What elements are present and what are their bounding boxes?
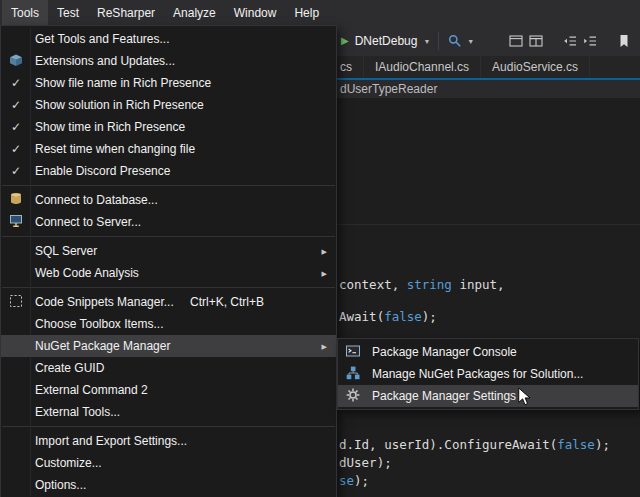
menu-item-create-guid[interactable]: Create GUID (1, 357, 336, 379)
menu-item-enable-discord-presence[interactable]: ✓ Enable Discord Presence (1, 160, 336, 182)
menu-separator (2, 287, 335, 288)
code-line: context, string input, (339, 277, 505, 292)
menu-item-package-manager-settings[interactable]: Package Manager Settings (338, 385, 638, 407)
menu-item-options[interactable]: Options... (1, 474, 336, 496)
packages-icon (345, 365, 361, 384)
menubar-item-test[interactable]: Test (48, 0, 88, 25)
toolbar-separator (438, 32, 439, 50)
indent-increase-icon[interactable] (582, 33, 598, 49)
menu-separator (2, 185, 335, 186)
chevron-down-icon[interactable]: ▼ (467, 37, 474, 45)
indent-decrease-icon[interactable] (562, 33, 578, 49)
code-line: se); (339, 473, 369, 488)
database-icon (8, 191, 24, 210)
debug-target-dropdown[interactable]: DNetDebug (353, 34, 420, 48)
menu-item-get-tools-and-features[interactable]: Get Tools and Features... (1, 28, 336, 50)
editor-region-divider (337, 224, 640, 225)
start-debug-icon[interactable]: ▶ (341, 36, 349, 46)
menu-item-connect-to-database[interactable]: Connect to Database... (1, 189, 336, 211)
menu-item-show-file-name-rich-presence[interactable]: ✓ Show file name in Rich Presence (1, 72, 336, 94)
chevron-down-icon[interactable]: ▼ (423, 37, 430, 45)
checkmark-icon: ✓ (11, 77, 21, 89)
checkmark-icon: ✓ (11, 165, 21, 177)
breadcrumb[interactable]: dUserTypeReader (340, 82, 437, 96)
menu-item-connect-to-server[interactable]: Connect to Server... (1, 211, 336, 233)
tab-partial[interactable]: cs (337, 56, 364, 78)
tab-audioservice[interactable]: AudioService.cs (481, 56, 590, 78)
menubar-item-resharper[interactable]: ReSharper (88, 0, 164, 25)
submenu-arrow-icon: ▶ (322, 248, 327, 255)
menu-item-show-solution-rich-presence[interactable]: ✓ Show solution in Rich Presence (1, 94, 336, 116)
submenu-arrow-icon: ▶ (322, 343, 327, 350)
code-line: Await(false); (339, 309, 437, 324)
console-icon (345, 343, 361, 362)
menu-item-show-time-rich-presence[interactable]: ✓ Show time in Rich Presence (1, 116, 336, 138)
menu-item-choose-toolbox-items[interactable]: Choose Toolbox Items... (1, 313, 336, 335)
menu-item-extensions-and-updates[interactable]: Extensions and Updates... (1, 50, 336, 72)
menubar-item-window[interactable]: Window (225, 0, 286, 25)
menu-item-customize[interactable]: Customize... (1, 452, 336, 474)
checkmark-icon: ✓ (11, 99, 21, 111)
menu-item-reset-time-when-changing-file[interactable]: ✓ Reset time when changing file (1, 138, 336, 160)
shortcut-text: Ctrl+K, Ctrl+B (190, 295, 336, 309)
toolbar-group: ▶ DNetDebug ▼ ▼ (341, 25, 640, 56)
menu-item-external-tools[interactable]: External Tools... (1, 401, 336, 423)
search-icon[interactable] (447, 33, 463, 49)
split-window-icon[interactable] (528, 33, 544, 49)
menu-item-web-code-analysis[interactable]: Web Code Analysis ▶ (1, 262, 336, 284)
menu-item-package-manager-console[interactable]: Package Manager Console (338, 341, 638, 363)
vs-window: Tools Test ReSharper Analyze Window Help… (0, 0, 640, 497)
menu-item-manage-nuget-packages-for-solution[interactable]: Manage NuGet Packages for Solution... (338, 363, 638, 385)
code-line: dUser); (339, 455, 392, 470)
menubar-item-analyze[interactable]: Analyze (164, 0, 225, 25)
code-line: d.Id, userId).ConfigureAwait(false); (339, 437, 610, 452)
snippets-icon (8, 293, 24, 312)
menu-item-external-command-2[interactable]: External Command 2 (1, 379, 336, 401)
tab-iaudiochannel[interactable]: IAudioChannel.cs (364, 56, 481, 78)
extensions-icon (8, 52, 24, 71)
menu-bar: Tools Test ReSharper Analyze Window Help (0, 0, 640, 25)
menu-separator (2, 236, 335, 237)
menu-item-nuget-package-manager[interactable]: NuGet Package Manager ▶ (1, 335, 336, 357)
menubar-item-tools[interactable]: Tools (2, 0, 48, 25)
nuget-submenu: Package Manager Console Manage NuGet Pac… (337, 338, 639, 410)
bookmark-icon[interactable] (616, 33, 632, 49)
new-window-icon[interactable] (508, 33, 524, 49)
menubar-item-help[interactable]: Help (285, 0, 328, 25)
gear-icon (345, 387, 361, 406)
checkmark-icon: ✓ (11, 143, 21, 155)
menu-item-import-and-export-settings[interactable]: Import and Export Settings... (1, 430, 336, 452)
menu-item-code-snippets-manager[interactable]: Code Snippets Manager... Ctrl+K, Ctrl+B (1, 291, 336, 313)
tools-menu: Get Tools and Features... Extensions and… (0, 25, 337, 497)
server-icon (8, 213, 24, 232)
checkmark-icon: ✓ (11, 121, 21, 133)
submenu-arrow-icon: ▶ (322, 270, 327, 277)
menu-item-sql-server[interactable]: SQL Server ▶ (1, 240, 336, 262)
menu-separator (2, 426, 335, 427)
